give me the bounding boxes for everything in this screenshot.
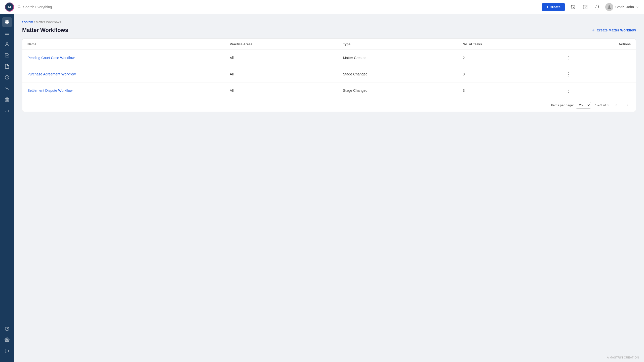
workflow-name-link-1[interactable]: Purchase Agreement Workflow <box>27 72 76 76</box>
prev-page-button[interactable] <box>613 102 620 109</box>
user-name: Smith, John <box>615 5 634 9</box>
workflow-tasks-2: 3 <box>458 82 559 99</box>
search-icon <box>17 5 21 9</box>
per-page-select[interactable]: 10 25 50 100 <box>576 102 591 109</box>
footer-brand: A MASTRIN CREATION <box>607 356 639 359</box>
row-actions-button-2[interactable]: ⋮ <box>564 86 572 95</box>
svg-rect-8 <box>8 20 9 22</box>
workflow-name-link-2[interactable]: Settlement Dispute Workflow <box>27 88 72 93</box>
svg-rect-7 <box>5 20 7 22</box>
table-row: Purchase Agreement Workflow All Stage Ch… <box>22 66 636 82</box>
col-name: Name <box>22 39 225 50</box>
col-no-of-tasks: No. of Tasks <box>458 39 559 50</box>
create-button[interactable]: + Create <box>542 3 565 11</box>
col-practice-areas: Practice Areas <box>225 39 338 50</box>
workflow-practice-areas-0: All <box>225 50 338 66</box>
tasks-nav-icon[interactable] <box>581 3 589 11</box>
sidebar-item-documents[interactable] <box>2 61 12 71</box>
workflows-table-card: Name Practice Areas Type No. of Tasks Ac… <box>22 38 636 112</box>
sidebar <box>0 14 14 362</box>
svg-point-2 <box>18 5 20 8</box>
create-matter-workflow-button[interactable]: Create Matter Workflow <box>591 28 636 32</box>
breadcrumb-current: Matter Workflows <box>36 20 61 24</box>
row-actions-button-1[interactable]: ⋮ <box>564 70 572 78</box>
user-menu[interactable]: Smith, John <box>605 3 639 11</box>
workflow-type-1: Stage Changed <box>338 66 458 82</box>
sidebar-item-logout[interactable] <box>2 346 12 356</box>
next-page-button[interactable] <box>624 102 631 109</box>
sidebar-item-time[interactable] <box>2 72 12 82</box>
svg-text:M: M <box>8 5 11 9</box>
col-type: Type <box>338 39 458 50</box>
main-content: System / Matter Workflows Matter Workflo… <box>14 14 644 362</box>
sidebar-item-bank[interactable] <box>2 95 12 105</box>
sidebar-item-settings[interactable] <box>2 335 12 345</box>
sidebar-item-tasks[interactable] <box>2 50 12 60</box>
svg-rect-9 <box>5 23 7 24</box>
svg-point-6 <box>609 5 610 7</box>
col-actions: Actions <box>559 39 636 50</box>
svg-point-14 <box>6 42 8 44</box>
plus-icon <box>591 28 595 32</box>
user-avatar <box>605 3 613 11</box>
chevron-left-icon <box>614 103 618 107</box>
sidebar-item-dashboard[interactable] <box>2 17 12 27</box>
history-icon[interactable] <box>569 3 577 11</box>
page-range: 1 – 3 of 3 <box>595 103 609 107</box>
breadcrumb-system[interactable]: System <box>22 20 33 24</box>
sidebar-item-contacts[interactable] <box>2 39 12 49</box>
chevron-right-icon <box>625 103 629 107</box>
workflow-tasks-1: 3 <box>458 66 559 82</box>
app-logo: M <box>5 3 14 12</box>
table-row: Pending Court Case Workflow All Matter C… <box>22 50 636 66</box>
svg-line-3 <box>20 7 21 8</box>
table-row: Settlement Dispute Workflow All Stage Ch… <box>22 82 636 99</box>
svg-rect-5 <box>583 5 587 9</box>
sidebar-item-billing[interactable] <box>2 83 12 94</box>
chevron-down-icon <box>636 6 639 9</box>
sidebar-item-matters[interactable] <box>2 28 12 38</box>
items-per-page-label: Items per page: <box>551 103 574 107</box>
svg-point-28 <box>7 339 8 341</box>
sidebar-item-help[interactable] <box>2 324 12 334</box>
workflow-tasks-0: 2 <box>458 50 559 66</box>
search-bar <box>17 5 539 9</box>
notifications-icon[interactable] <box>593 3 601 11</box>
svg-marker-22 <box>5 98 9 99</box>
items-per-page: Items per page: 10 25 50 100 <box>551 102 591 109</box>
sidebar-item-reports[interactable] <box>2 106 12 116</box>
workflow-type-2: Stage Changed <box>338 82 458 99</box>
pagination-row: Items per page: 10 25 50 100 1 – 3 of 3 <box>22 99 636 112</box>
search-input[interactable] <box>23 5 539 9</box>
breadcrumb: System / Matter Workflows <box>22 20 636 24</box>
workflow-name-link-0[interactable]: Pending Court Case Workflow <box>27 56 74 60</box>
row-actions-button-0[interactable]: ⋮ <box>564 54 572 62</box>
workflows-table: Name Practice Areas Type No. of Tasks Ac… <box>22 39 636 99</box>
svg-rect-10 <box>8 23 9 24</box>
workflow-type-0: Matter Created <box>338 50 458 66</box>
page-title: Matter Workflows <box>22 27 68 33</box>
workflow-practice-areas-1: All <box>225 66 338 82</box>
workflow-practice-areas-2: All <box>225 82 338 99</box>
